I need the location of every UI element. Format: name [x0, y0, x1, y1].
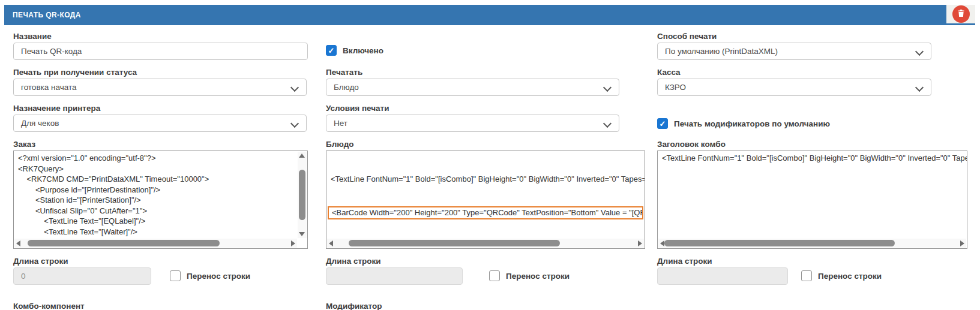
line-length-input[interactable]: [657, 267, 788, 285]
scroll-right-arrow-icon[interactable]: [291, 240, 295, 246]
dish-label: Блюдо: [326, 140, 353, 149]
wrap-line-label: Перенос строки: [818, 272, 882, 281]
print-what-value: Блюдо: [334, 83, 359, 92]
combo-header-xml-textarea[interactable]: <TextLine FontNum="1" Bold="[isCombo]" B…: [657, 151, 967, 249]
scroll-right-arrow-icon[interactable]: [960, 240, 964, 246]
printer-destination-select[interactable]: Для чеков: [13, 115, 307, 132]
combo-header-xml-content: <TextLine FontNum="1" Bold="[isCombo]" B…: [658, 151, 967, 239]
horizontal-scroll-thumb[interactable]: [349, 240, 560, 246]
line-length-input[interactable]: [326, 267, 463, 285]
order-label: Заказ: [13, 140, 35, 149]
horizontal-scroll-thumb[interactable]: [664, 240, 895, 246]
chevron-down-icon: [603, 119, 612, 128]
print-modifiers-label: Печать модификаторов по умолчанию: [674, 119, 830, 128]
wrap-line-label: Перенос строки: [187, 272, 250, 281]
delete-button[interactable]: [952, 5, 970, 23]
order-vertical-scrollbar[interactable]: [298, 152, 307, 238]
panel-header: ПЕЧАТЬ QR-КОДА: [4, 5, 975, 25]
wrap-line-label: Перенос строки: [506, 272, 570, 281]
chevron-down-icon: [915, 47, 924, 56]
print-on-status-select[interactable]: готовка начата: [13, 79, 307, 96]
print-conditions-value: Нет: [334, 119, 347, 128]
dish-xml-line2-highlighted: <BarCode Width="200" Height="200" Type="…: [328, 206, 643, 220]
name-label: Название: [13, 32, 52, 41]
combo-header-label: Заголовок комбо: [657, 140, 726, 149]
wrap-line-checkbox[interactable]: ✓: [170, 270, 181, 281]
scroll-left-arrow-icon[interactable]: [16, 240, 20, 246]
line-length-input[interactable]: 0: [13, 267, 151, 285]
order-horizontal-scrollbar[interactable]: [14, 239, 297, 248]
horizontal-scroll-thumb[interactable]: [28, 240, 220, 246]
print-method-label: Способ печати: [657, 32, 717, 41]
printer-destination-label: Назначение принтера: [13, 104, 100, 113]
wrap-line-checkbox-row: ✓ Перенос строки: [170, 270, 250, 281]
order-xml-content: <?xml version="1.0" encoding="utf-8"?> <…: [14, 151, 298, 239]
panel-title: ПЕЧАТЬ QR-КОДА: [13, 5, 81, 25]
vertical-scroll-thumb[interactable]: [299, 170, 305, 220]
scroll-up-arrow-icon[interactable]: [299, 154, 305, 158]
scroll-right-arrow-icon[interactable]: [638, 240, 642, 246]
wrap-line-checkbox-row: ✓ Перенос строки: [801, 270, 882, 281]
enabled-checkbox[interactable]: ✓: [326, 45, 337, 56]
cashdesk-select[interactable]: КЗРО: [657, 79, 931, 96]
scroll-left-arrow-icon[interactable]: [329, 240, 333, 246]
wrap-line-checkbox[interactable]: ✓: [489, 270, 500, 281]
cashdesk-label: Касса: [657, 68, 681, 77]
dish-horizontal-scrollbar[interactable]: [327, 239, 644, 248]
scroll-left-arrow-icon[interactable]: [660, 240, 664, 246]
cashdesk-value: КЗРО: [665, 83, 686, 92]
print-modifiers-checkbox[interactable]: ✓: [657, 118, 668, 129]
print-what-select[interactable]: Блюдо: [326, 79, 619, 96]
printer-destination-value: Для чеков: [21, 119, 59, 128]
check-icon: ✓: [660, 120, 666, 128]
dish-xml-textarea[interactable]: <TextLine FontNum="1" Bold="[isCombo]" B…: [326, 151, 645, 249]
print-conditions-label: Условия печати: [326, 104, 389, 113]
scroll-down-arrow-icon[interactable]: [299, 232, 305, 236]
header-button-area: [946, 5, 975, 23]
combo-header-horizontal-scrollbar[interactable]: [658, 239, 966, 248]
enabled-checkbox-row: ✓ Включено: [326, 45, 383, 56]
chevron-down-icon: [290, 83, 299, 92]
line-length-label: Длина строки: [657, 257, 712, 266]
print-method-select[interactable]: По умолчанию (PrintDataXML): [657, 43, 931, 60]
order-xml-textarea[interactable]: <?xml version="1.0" encoding="utf-8"?> <…: [13, 151, 308, 249]
print-on-status-value: готовка начата: [21, 83, 76, 92]
chevron-down-icon: [603, 83, 612, 92]
line-length-label: Длина строки: [326, 257, 381, 266]
chevron-down-icon: [290, 119, 299, 128]
wrap-line-checkbox-row: ✓ Перенос строки: [489, 270, 570, 281]
print-modifiers-checkbox-row: ✓ Печать модификаторов по умолчанию: [657, 118, 830, 129]
combo-component-label: Комбо-компонент: [13, 302, 85, 310]
check-icon: ✓: [328, 47, 335, 55]
enabled-label: Включено: [343, 46, 383, 55]
print-method-value: По умолчанию (PrintDataXML): [665, 47, 778, 56]
print-what-label: Печатать: [326, 68, 362, 77]
trash-icon: [957, 8, 966, 20]
chevron-down-icon: [915, 83, 924, 92]
line-length-label: Длина строки: [13, 257, 68, 266]
modifier-label: Модификатор: [326, 302, 382, 310]
dish-xml-line1: <TextLine FontNum="1" Bold="[isCombo]" B…: [331, 174, 645, 185]
print-on-status-label: Печать при получении статуса: [13, 68, 137, 77]
name-input[interactable]: Печать QR-кода: [13, 43, 308, 60]
wrap-line-checkbox[interactable]: ✓: [801, 270, 812, 281]
dish-xml-content: <TextLine FontNum="1" Bold="[isCombo]" B…: [326, 151, 645, 239]
print-qr-settings-panel: ПЕЧАТЬ QR-КОДА Название Печать QR-кода П…: [0, 0, 980, 310]
print-conditions-select[interactable]: Нет: [326, 115, 619, 132]
